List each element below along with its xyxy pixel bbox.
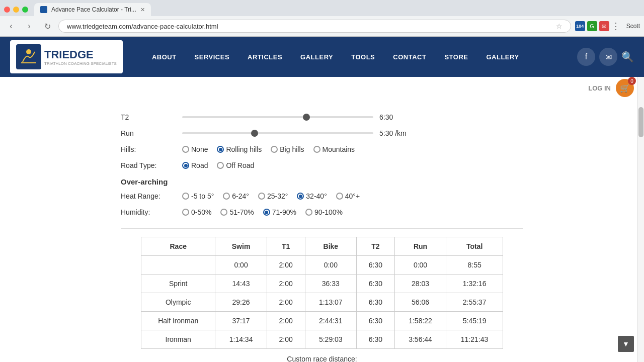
- cell-run-3: 1:58:22: [394, 312, 446, 330]
- ext-icon-1[interactable]: 104: [575, 21, 585, 31]
- tab-bar: Advance Pace Calculator - Tri... ✕: [0, 0, 644, 16]
- t2-slider[interactable]: [182, 116, 373, 118]
- logo-icon: [16, 44, 41, 69]
- active-tab[interactable]: Advance Pace Calculator - Tri... ✕: [34, 3, 151, 16]
- nav-contact[interactable]: CONTACT: [384, 48, 435, 66]
- hills-rolling-option[interactable]: Rolling hills: [217, 145, 262, 153]
- run-slider[interactable]: [182, 132, 373, 134]
- heat-minus5-radio[interactable]: [182, 193, 189, 200]
- t2-row: T2 6:30: [121, 109, 523, 125]
- humidity-0-50-label: 0-50%: [191, 208, 211, 216]
- search-icon[interactable]: 🔍: [621, 51, 634, 63]
- t2-slider-thumb[interactable]: [303, 114, 310, 121]
- nav-articles[interactable]: ARTICLES: [238, 48, 291, 66]
- site-header: TRIEDGE TRIATHLON COACHING SPECIALISTS A…: [0, 37, 644, 77]
- road-radio[interactable]: [182, 162, 189, 169]
- humidity-51-70-option[interactable]: 51-70%: [220, 208, 254, 216]
- table-row: 0:002:000:006:300:008:55: [141, 256, 503, 275]
- humidity-71-90-label: 71-90%: [272, 208, 296, 216]
- scroll-bottom-button[interactable]: ▼: [618, 336, 634, 352]
- hills-mountains-option[interactable]: Mountains: [313, 145, 355, 153]
- hills-big-option[interactable]: Big hills: [271, 145, 304, 153]
- heat-25-32-radio[interactable]: [258, 193, 265, 200]
- facebook-icon[interactable]: f: [577, 48, 595, 66]
- off-road-radio[interactable]: [217, 162, 224, 169]
- ext-icon-3[interactable]: ✉: [599, 21, 609, 31]
- refresh-button[interactable]: ↻: [40, 19, 54, 33]
- col-total: Total: [446, 237, 503, 256]
- hills-none-option[interactable]: None: [182, 145, 208, 153]
- run-slider-thumb[interactable]: [251, 130, 258, 137]
- custom-race-label: Custom race distance:: [121, 349, 523, 362]
- humidity-71-90-option[interactable]: 71-90%: [263, 208, 296, 216]
- cell-bike-0: 0:00: [305, 256, 356, 275]
- hills-label: Hills:: [121, 145, 176, 153]
- heat-6-24-radio[interactable]: [223, 193, 230, 200]
- off-road-option[interactable]: Off Road: [217, 161, 254, 169]
- maximize-btn[interactable]: [22, 7, 28, 13]
- tab-title: Advance Pace Calculator - Tri...: [51, 6, 136, 13]
- address-bar[interactable]: www.triedgeteam.com/advance-pace-calcula…: [58, 20, 571, 33]
- ext-icon-2[interactable]: G: [587, 21, 597, 31]
- cell-t1-0: 2:00: [267, 256, 305, 275]
- heat-25-32-label: 25-32°: [267, 192, 288, 200]
- hills-none-radio[interactable]: [182, 146, 189, 153]
- forward-button[interactable]: ›: [22, 19, 36, 33]
- heat-6-24-option[interactable]: 6-24°: [223, 192, 249, 200]
- humidity-0-50-option[interactable]: 0-50%: [182, 208, 211, 216]
- humidity-radio-group: 0-50% 51-70% 71-90% 90-100%: [182, 208, 343, 216]
- hills-mountains-radio[interactable]: [313, 146, 320, 153]
- hills-big-radio[interactable]: [271, 146, 278, 153]
- cell-race-4: Ironman: [141, 330, 215, 349]
- cell-swim-3: 37:17: [215, 312, 267, 330]
- humidity-71-90-radio[interactable]: [263, 209, 270, 216]
- heat-32-40-option[interactable]: 32-40°: [297, 192, 327, 200]
- heat-minus5-option[interactable]: -5 to 5°: [182, 192, 214, 200]
- col-race: Race: [141, 237, 215, 256]
- cart-icon[interactable]: 🛒 0: [616, 79, 634, 97]
- header-actions: f ✉ 🔍: [577, 48, 634, 66]
- heat-6-24-label: 6-24°: [232, 192, 249, 200]
- humidity-51-70-radio[interactable]: [220, 209, 227, 216]
- back-button[interactable]: ‹: [4, 19, 18, 33]
- log-in-button[interactable]: LOG IN: [588, 84, 611, 92]
- scroll-thumb[interactable]: [638, 107, 643, 137]
- humidity-0-50-radio[interactable]: [182, 209, 189, 216]
- heat-40plus-radio[interactable]: [336, 193, 343, 200]
- more-menu-button[interactable]: ⋮: [611, 21, 620, 32]
- nav-about[interactable]: ABOUT: [143, 48, 186, 66]
- heat-32-40-radio[interactable]: [297, 193, 304, 200]
- close-btn[interactable]: [4, 7, 10, 13]
- cell-race-1: Sprint: [141, 275, 215, 293]
- email-icon[interactable]: ✉: [599, 48, 617, 66]
- humidity-label: Humidity:: [121, 208, 176, 216]
- logo-area[interactable]: TRIEDGE TRIATHLON COACHING SPECIALISTS: [10, 40, 123, 73]
- cell-run-4: 3:56:44: [394, 330, 446, 349]
- address-text: www.triedgeteam.com/advance-pace-calcula…: [67, 23, 218, 30]
- heat-range-label: Heat Range:: [121, 192, 176, 200]
- minimize-btn[interactable]: [13, 7, 19, 13]
- nav-tools[interactable]: TOOLS: [342, 48, 384, 66]
- bookmark-icon[interactable]: ☆: [556, 22, 562, 30]
- hills-rolling-label: Rolling hills: [226, 145, 262, 153]
- heat-40plus-option[interactable]: 40°+: [336, 192, 360, 200]
- nav-store[interactable]: STORE: [435, 48, 477, 66]
- off-road-label: Off Road: [226, 161, 254, 169]
- cell-t2-4: 6:30: [356, 330, 394, 349]
- cell-t1-3: 2:00: [267, 312, 305, 330]
- humidity-90-100-option[interactable]: 90-100%: [305, 208, 343, 216]
- nav-services[interactable]: SERVICES: [186, 48, 239, 66]
- nav-gallery-2[interactable]: GALLERY: [477, 48, 528, 66]
- browser-chrome: Advance Pace Calculator - Tri... ✕ ‹ › ↻…: [0, 0, 644, 37]
- browser-toolbar: ‹ › ↻ www.triedgeteam.com/advance-pace-c…: [0, 16, 644, 36]
- tab-close-button[interactable]: ✕: [140, 7, 145, 13]
- cell-t2-1: 6:30: [356, 275, 394, 293]
- hills-rolling-radio[interactable]: [217, 146, 224, 153]
- nav-gallery-1[interactable]: GALLERY: [291, 48, 342, 66]
- heat-25-32-option[interactable]: 25-32°: [258, 192, 288, 200]
- scroll-track[interactable]: [637, 77, 644, 362]
- road-option[interactable]: Road: [182, 161, 208, 169]
- humidity-90-100-radio[interactable]: [305, 209, 312, 216]
- main-content: LOG IN 🛒 0 T2 6:30 Run 5:30 /k: [0, 77, 644, 362]
- cell-run-1: 28:03: [394, 275, 446, 293]
